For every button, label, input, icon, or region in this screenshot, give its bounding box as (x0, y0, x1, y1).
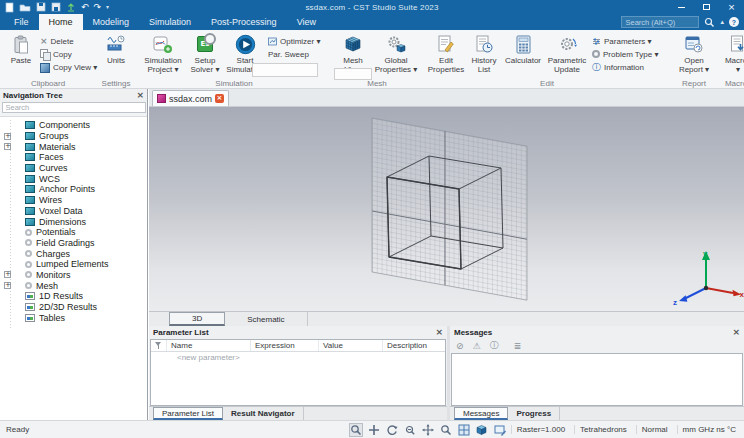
save-icon[interactable] (36, 2, 46, 12)
status-units[interactable]: mm GHz ns °C (677, 425, 741, 434)
open-icon[interactable] (19, 2, 31, 12)
new-file-icon[interactable] (5, 2, 14, 13)
column-header-description[interactable]: Description (383, 340, 445, 351)
tree-item-tables[interactable]: Tables (0, 312, 147, 323)
close-button[interactable]: × (719, 0, 744, 14)
tree-item-components[interactable]: Components (0, 120, 147, 131)
navigation-tree-panel: Navigation Tree × Components +Groups +Ma… (0, 89, 148, 420)
status-raster[interactable]: Raster=1.000 (511, 425, 570, 434)
tab-result-navigator[interactable]: Result Navigator (223, 407, 304, 420)
tree-item-dimensions[interactable]: Dimensions (0, 216, 147, 227)
close-navigation-tree-icon[interactable]: × (136, 91, 144, 100)
tab-schematic[interactable]: Schematic (225, 312, 307, 326)
delete-button[interactable]: ×Delete (38, 35, 92, 47)
tab-modeling[interactable]: Modeling (83, 14, 140, 30)
tree-item-curves[interactable]: Curves (0, 163, 147, 174)
tab-view[interactable]: View (287, 14, 326, 30)
copy-messages-icon[interactable]: ≣ (514, 341, 522, 351)
copy-view-button[interactable]: Copy View ▾ (38, 61, 92, 73)
close-messages-icon[interactable]: × (732, 328, 740, 337)
tree-item-materials[interactable]: +Materials (0, 141, 147, 152)
simulation-project-button[interactable]: Simulation Project ▾ (140, 32, 186, 77)
par-sweep-button[interactable]: Par. Sweep (266, 48, 328, 60)
optimizer-button[interactable]: Optimizer ▾ (266, 35, 328, 47)
help-icon[interactable]: ? (729, 17, 739, 27)
tree-item-field-gradings[interactable]: Field Gradings (0, 238, 147, 249)
column-header-name[interactable]: Name (167, 340, 251, 351)
tab-post-processing[interactable]: Post-Processing (201, 14, 287, 30)
global-properties-button[interactable]: Global Properties ▾ (372, 32, 420, 77)
zoom-extents-icon[interactable] (439, 423, 453, 437)
edit-properties-button[interactable]: Edit Properties (426, 32, 466, 77)
tab-parameter-list[interactable]: Parameter List (153, 407, 223, 420)
redo-icon[interactable]: ↷ (94, 3, 102, 12)
column-header-value[interactable]: Value (319, 340, 383, 351)
units-button[interactable]: Units (98, 32, 134, 77)
paste-button[interactable]: Paste (4, 32, 38, 77)
tree-item-lumped-elements[interactable]: Lumped Elements (0, 259, 147, 270)
tree-item-2d3d-results[interactable]: 2D/3D Results (0, 302, 147, 313)
filter-info-icon[interactable]: ⓘ (490, 339, 499, 352)
close-document-icon[interactable]: × (215, 94, 224, 103)
column-header-expression[interactable]: Expression (251, 340, 319, 351)
undo-icon[interactable]: ↶ (81, 3, 89, 12)
tab-progress[interactable]: Progress (508, 407, 560, 420)
document-tab[interactable]: ssdax.com × (152, 90, 229, 106)
history-list-button[interactable]: History List (466, 32, 502, 77)
filter-column-header[interactable] (151, 340, 167, 351)
tab-file[interactable]: File (4, 14, 39, 30)
calculator-button[interactable]: Calculator (502, 32, 544, 77)
tab-home[interactable]: Home (39, 14, 83, 30)
tree-item-wires[interactable]: Wires (0, 195, 147, 206)
search-input[interactable] (621, 16, 699, 28)
tab-messages[interactable]: Messages (454, 407, 508, 420)
parametric-update-button[interactable]: Parametric Update (544, 32, 590, 77)
tree-item-anchor-points[interactable]: Anchor Points (0, 184, 147, 195)
tree-item-charges[interactable]: Charges (0, 248, 147, 259)
filter-errors-icon[interactable]: ⊘ (456, 341, 464, 351)
filter-warnings-icon[interactable]: ⚠ (473, 341, 481, 351)
maximize-button[interactable] (694, 0, 719, 14)
tree-search-input[interactable] (2, 102, 146, 113)
dynamic-zoom-icon[interactable] (403, 423, 417, 437)
status-view-mode[interactable]: Normal (636, 425, 673, 434)
parameters-button[interactable]: Parameters ▾ (590, 35, 668, 47)
close-parameter-list-icon[interactable]: × (435, 328, 443, 337)
minimize-button[interactable] (669, 0, 694, 14)
expand-icon[interactable]: + (4, 271, 11, 278)
customize-quick-access-icon[interactable]: ▾ (106, 4, 109, 10)
expand-icon[interactable]: + (4, 282, 11, 289)
publish-icon[interactable] (66, 2, 76, 12)
tree-item-faces[interactable]: Faces (0, 152, 147, 163)
problem-type-button[interactable]: Problem Type ▾ (590, 48, 668, 60)
move-tool-icon[interactable] (367, 423, 381, 437)
tree-item-groups[interactable]: +Groups (0, 131, 147, 142)
tree-item-voxel-data[interactable]: Voxel Data (0, 206, 147, 217)
open-report-button[interactable]: Open Report ▾ (674, 32, 714, 77)
tile-windows-icon[interactable] (457, 423, 471, 437)
new-parameter-row[interactable]: <new parameter> (151, 352, 445, 363)
view-options-icon[interactable] (475, 423, 489, 437)
tree-item-monitors[interactable]: +Monitors (0, 270, 147, 281)
pan-tool-icon[interactable] (421, 423, 435, 437)
tree-item-1d-results[interactable]: 1D Results (0, 291, 147, 302)
collapse-ribbon-icon[interactable]: ▴ (720, 18, 724, 26)
rotate-tool-icon[interactable] (385, 423, 399, 437)
raster-settings-icon[interactable] (493, 423, 507, 437)
setup-solver-button[interactable]: Es Setup Solver ▾ (186, 32, 224, 77)
expand-icon[interactable]: + (4, 143, 11, 150)
tree-item-potentials[interactable]: Potentials (0, 227, 147, 238)
status-mesh-type[interactable]: Tetrahedrons (574, 425, 632, 434)
search-icon[interactable] (704, 17, 715, 28)
3d-viewport[interactable]: y x z (149, 107, 744, 311)
save-all-icon[interactable] (51, 2, 61, 12)
information-button[interactable]: ⓘ Information (590, 61, 668, 73)
copy-button[interactable]: Copy (38, 48, 92, 60)
expand-icon[interactable]: + (4, 133, 11, 140)
tree-item-mesh[interactable]: +Mesh (0, 280, 147, 291)
tab-3d[interactable]: 3D (169, 312, 225, 326)
tree-item-wcs[interactable]: WCS (0, 173, 147, 184)
macros-button[interactable]: Macros ▾ (720, 32, 744, 77)
tab-simulation[interactable]: Simulation (139, 14, 201, 30)
select-tool-icon[interactable] (349, 423, 363, 437)
